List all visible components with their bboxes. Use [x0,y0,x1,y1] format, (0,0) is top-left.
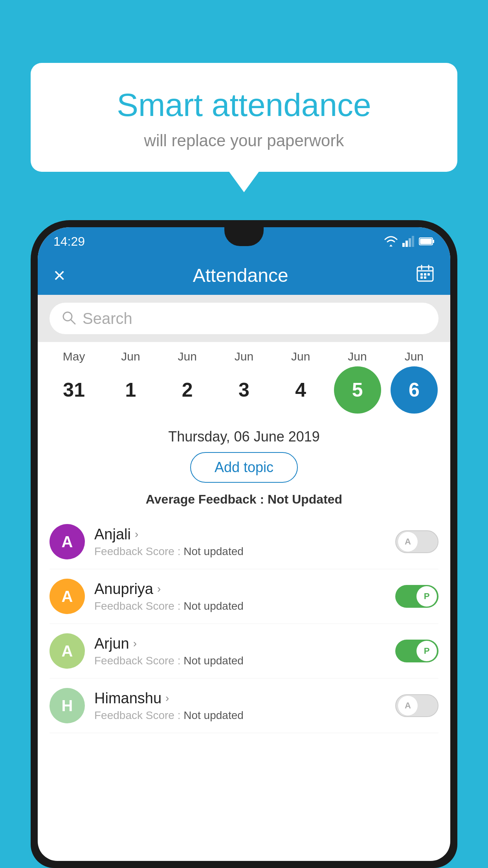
search-input[interactable]: Search [83,310,132,327]
svg-rect-2 [409,238,411,247]
calendar-months: May Jun Jun Jun Jun Jun Jun [46,350,442,363]
phone-screen: 14:29 [38,227,450,861]
add-topic-container: Add topic [38,452,450,492]
svg-rect-1 [405,241,408,247]
avg-feedback-label: Average Feedback : [146,492,268,506]
student-name-2[interactable]: Arjun › [94,635,395,652]
student-list: AAnjali ›Feedback Score : Not updatedAAA… [38,515,450,733]
chevron-icon: › [165,692,169,704]
svg-rect-12 [424,273,426,276]
svg-rect-15 [424,276,426,279]
student-name-1[interactable]: Anupriya › [94,581,395,598]
bubble-subtitle: will replace your paperwork [50,131,438,150]
student-avatar-1: A [50,579,85,614]
student-avatar-3: H [50,688,85,723]
toggle-knob-2: P [416,641,437,661]
calendar-month-0: May [50,350,97,363]
toggle-knob-3: A [398,695,418,716]
toggle-container-3: A [395,694,438,717]
svg-rect-3 [412,236,414,247]
student-feedback-1: Feedback Score : Not updated [94,600,395,612]
student-item-2: AArjun ›Feedback Score : Not updatedP [50,624,438,679]
calendar-month-1: Jun [107,350,154,363]
student-name-3[interactable]: Himanshu › [94,690,395,707]
calendar-date-0[interactable]: 31 [50,366,97,414]
toggle-container-0: A [395,530,438,553]
svg-rect-11 [420,273,423,276]
calendar-icon[interactable] [416,264,435,287]
calendar-month-5: Jun [334,350,381,363]
toggle-container-2: P [395,640,438,662]
attendance-toggle-2[interactable]: P [395,640,438,662]
svg-rect-13 [427,273,430,276]
calendar-month-4: Jun [277,350,324,363]
student-feedback-2: Feedback Score : Not updated [94,655,395,667]
phone-frame: 14:29 [31,220,457,868]
status-time: 14:29 [53,234,85,249]
search-bar[interactable]: Search [50,303,438,334]
close-button[interactable]: × [53,263,65,287]
bubble-title: Smart attendance [50,86,438,123]
add-topic-button[interactable]: Add topic [190,452,298,483]
calendar-month-2: Jun [164,350,211,363]
student-info-0: Anjali ›Feedback Score : Not updated [94,526,395,558]
student-name-0[interactable]: Anjali › [94,526,395,543]
date-heading: Thursday, 06 June 2019 [38,417,450,452]
attendance-toggle-1[interactable]: P [395,585,438,608]
calendar-strip: May Jun Jun Jun Jun Jun Jun 31 1 2 3 4 5… [38,342,450,417]
calendar-month-6: Jun [391,350,438,363]
student-item-1: AAnupriya ›Feedback Score : Not updatedP [50,569,438,624]
battery-icon [419,237,435,246]
app-header: × Attendance [38,256,450,295]
student-feedback-3: Feedback Score : Not updated [94,709,395,722]
student-avatar-2: A [50,633,85,669]
avg-feedback: Average Feedback : Not Updated [38,492,450,515]
student-avatar-0: A [50,524,85,559]
student-info-1: Anupriya ›Feedback Score : Not updated [94,581,395,612]
toggle-knob-1: P [416,586,437,607]
speech-bubble: Smart attendance will replace your paper… [31,63,457,172]
attendance-toggle-3[interactable]: A [395,694,438,717]
student-info-2: Arjun ›Feedback Score : Not updated [94,635,395,667]
chevron-icon: › [135,528,138,541]
svg-rect-0 [402,243,405,247]
status-bar: 14:29 [38,227,450,256]
calendar-date-1[interactable]: 1 [107,366,154,414]
search-container: Search [38,295,450,342]
header-title: Attendance [193,265,288,286]
student-item-3: HHimanshu ›Feedback Score : Not updatedA [50,679,438,733]
calendar-date-3[interactable]: 3 [220,366,268,414]
calendar-dates: 31 1 2 3 4 5 6 [46,366,442,414]
wifi-icon [383,236,398,247]
student-feedback-0: Feedback Score : Not updated [94,545,395,558]
attendance-toggle-0[interactable]: A [395,530,438,553]
avg-feedback-value: Not Updated [268,492,342,506]
calendar-date-2[interactable]: 2 [164,366,211,414]
svg-rect-5 [433,240,434,243]
student-info-3: Himanshu ›Feedback Score : Not updated [94,690,395,722]
svg-rect-6 [420,239,432,244]
calendar-date-4[interactable]: 4 [277,366,324,414]
search-icon [61,310,76,327]
chevron-icon: › [133,637,137,650]
calendar-month-3: Jun [220,350,268,363]
student-item-0: AAnjali ›Feedback Score : Not updatedA [50,515,438,569]
toggle-container-1: P [395,585,438,608]
chevron-icon: › [157,583,161,595]
calendar-date-5[interactable]: 5 [334,366,381,414]
calendar-date-6[interactable]: 6 [391,366,438,414]
phone-notch [224,227,264,246]
toggle-knob-0: A [398,531,418,552]
svg-rect-14 [420,276,423,279]
status-icons [383,236,435,247]
svg-line-17 [71,320,75,324]
signal-icon [402,236,415,247]
